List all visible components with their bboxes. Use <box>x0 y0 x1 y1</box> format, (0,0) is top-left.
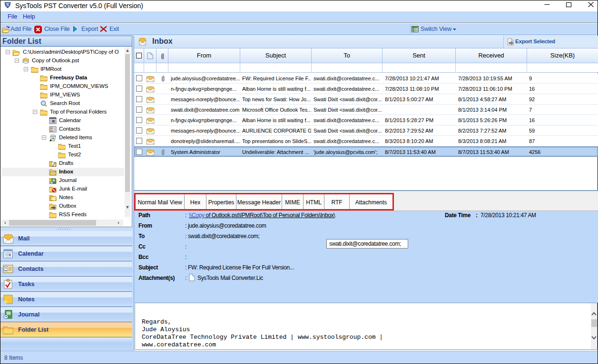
svg-text:S: S <box>6 2 9 7</box>
